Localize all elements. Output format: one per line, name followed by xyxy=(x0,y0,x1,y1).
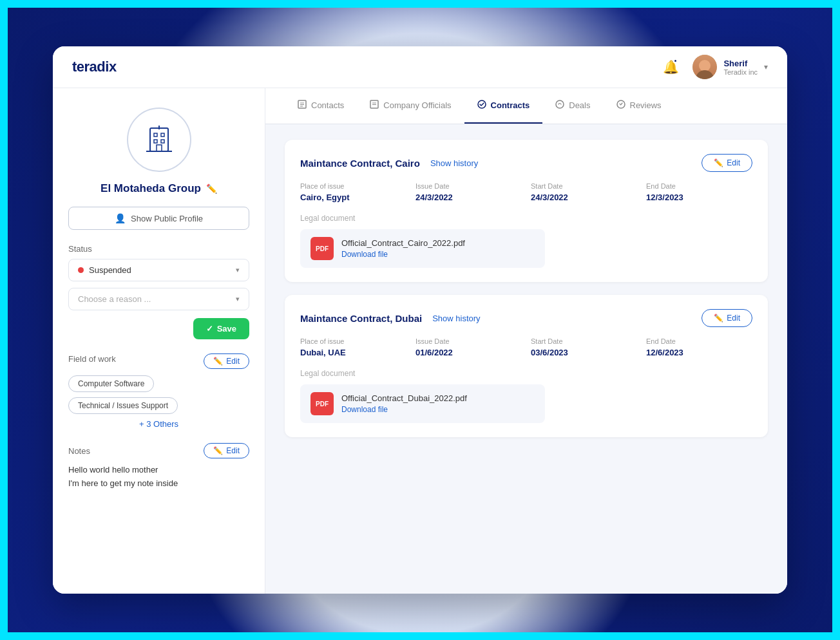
contract-cairo-edit-button[interactable]: ✏️ Edit xyxy=(702,154,752,172)
user-info: Sherif Teradix inc xyxy=(723,59,758,76)
contract-cairo-title-row: Maintance Contract, Cairo Show history xyxy=(300,158,478,169)
logo: teradix xyxy=(72,59,117,75)
tab-deals[interactable]: Deals xyxy=(542,88,603,124)
pdf-info-cairo: Official_Contract_Cairo_2022.pdf Downloa… xyxy=(341,238,465,259)
place-value-dubai: Dubai, UAE xyxy=(300,348,406,357)
status-dropdown[interactable]: Suspended ▾ xyxy=(68,259,249,281)
svg-rect-4 xyxy=(161,140,164,143)
issue-date-value-cairo: 24/3/2022 xyxy=(415,193,522,202)
pdf-name-cairo: Official_Contract_Cairo_2022.pdf xyxy=(341,238,465,248)
header-right: 🔔 Sherif Teradix inc ▾ xyxy=(659,55,768,79)
deals-icon xyxy=(555,100,564,111)
contract-cairo-header: Maintance Contract, Cairo Show history ✏… xyxy=(300,154,752,172)
legal-doc-label-cairo: Legal document xyxy=(300,214,752,223)
status-label: Status xyxy=(68,244,249,254)
tab-contracts[interactable]: Contracts xyxy=(464,88,543,124)
notes-content: Hello world hello motherI'm here to get … xyxy=(68,464,249,491)
contract-card-dubai: Maintance Contract, Dubai Show history ✏… xyxy=(285,295,768,437)
tag-computer-software: Computer Software xyxy=(68,375,154,392)
save-button[interactable]: ✓ Save xyxy=(193,318,249,339)
start-date-label-dubai: Start Date xyxy=(531,337,637,345)
user-company: Teradix inc xyxy=(723,68,758,76)
pencil-icon-dubai: ✏️ xyxy=(714,314,723,323)
tab-reviews-label: Reviews xyxy=(630,100,662,110)
contracts-content: Maintance Contract, Cairo Show history ✏… xyxy=(265,124,787,594)
issue-date-label-cairo: Issue Date xyxy=(415,182,522,190)
notes-section-header: Notes ✏️ Edit xyxy=(68,443,249,458)
user-profile-menu[interactable]: Sherif Teradix inc ▾ xyxy=(692,55,768,79)
reason-placeholder: Choose a reason ... xyxy=(78,294,151,304)
pdf-file-dubai: PDF Official_Contract_Dubai_2022.pdf Dow… xyxy=(300,384,545,423)
tab-contacts-label: Contacts xyxy=(311,100,344,110)
contract-dubai-fields: Place of issue Dubai, UAE Issue Date 01/… xyxy=(300,337,752,357)
notification-bell[interactable]: 🔔 xyxy=(659,55,682,79)
svg-rect-5 xyxy=(157,145,162,151)
pdf-file-cairo: PDF Official_Contract_Cairo_2022.pdf Dow… xyxy=(300,229,545,268)
pdf-icon-dubai: PDF xyxy=(310,392,334,415)
profile-icon: 👤 xyxy=(115,213,126,223)
show-public-profile-button[interactable]: 👤 Show Public Profile xyxy=(68,207,249,230)
legal-doc-label-dubai: Legal document xyxy=(300,369,752,378)
svg-point-16 xyxy=(556,100,564,108)
start-date-value-cairo: 24/3/2022 xyxy=(531,193,637,202)
field-of-work-section-header: Field of work ✏️ Edit xyxy=(68,353,249,369)
company-name-edit-icon[interactable]: ✏️ xyxy=(206,184,217,194)
svg-rect-0 xyxy=(150,128,168,151)
end-date-label-cairo: End Date xyxy=(646,182,752,190)
tabs-bar: Contacts Company Officials Contracts xyxy=(265,88,787,124)
issue-date-value-dubai: 01/6/2022 xyxy=(415,348,522,357)
pencil-icon: ✏️ xyxy=(213,357,223,366)
svg-rect-1 xyxy=(154,133,157,136)
place-label-cairo: Place of issue xyxy=(300,182,406,190)
contract-cairo-show-history[interactable]: Show history xyxy=(430,158,478,168)
field-place-cairo: Place of issue Cairo, Egypt xyxy=(300,182,406,202)
others-link[interactable]: + 3 Others xyxy=(139,419,178,429)
building-icon xyxy=(141,122,177,158)
company-name: El Motaheda Group ✏️ xyxy=(100,182,217,195)
field-issue-date-cairo: Issue Date 24/3/2022 xyxy=(415,182,522,202)
field-end-date-cairo: End Date 12/3/2023 xyxy=(646,182,752,202)
pdf-info-dubai: Official_Contract_Dubai_2022.pdf Downloa… xyxy=(341,393,467,414)
pencil-icon-cairo: ✏️ xyxy=(714,158,723,167)
avatar xyxy=(692,55,717,79)
issue-date-label-dubai: Issue Date xyxy=(415,337,522,345)
field-of-work-edit-button[interactable]: ✏️ Edit xyxy=(204,353,249,369)
tab-contacts[interactable]: Contacts xyxy=(285,88,357,124)
contract-dubai-edit-button[interactable]: ✏️ Edit xyxy=(702,309,752,327)
reason-dropdown[interactable]: Choose a reason ... ▾ xyxy=(68,288,249,310)
contract-dubai-show-history[interactable]: Show history xyxy=(432,314,480,323)
end-date-value-cairo: 12/3/2023 xyxy=(646,193,752,202)
place-label-dubai: Place of issue xyxy=(300,337,406,345)
tab-company-officials[interactable]: Company Officials xyxy=(357,88,464,124)
tag-technical-support: Technical / Issues Support xyxy=(68,397,178,414)
tab-reviews[interactable]: Reviews xyxy=(604,88,674,124)
end-date-value-dubai: 12/6/2023 xyxy=(646,348,752,357)
tab-deals-label: Deals xyxy=(569,100,590,110)
notes-edit-button[interactable]: ✏️ Edit xyxy=(204,443,249,458)
header: teradix 🔔 Sherif Teradix inc ▾ xyxy=(53,46,787,88)
place-value-cairo: Cairo, Egypt xyxy=(300,193,406,202)
start-date-label-cairo: Start Date xyxy=(531,182,637,190)
contract-dubai-title: Maintance Contract, Dubai xyxy=(300,313,422,324)
company-officials-icon xyxy=(370,100,379,111)
pdf-download-cairo[interactable]: Download file xyxy=(341,250,465,259)
start-date-value-dubai: 03/6/2023 xyxy=(531,348,637,357)
field-of-work-label: Field of work xyxy=(68,354,116,364)
pdf-icon-cairo: PDF xyxy=(310,237,334,260)
contract-card-cairo: Maintance Contract, Cairo Show history ✏… xyxy=(285,140,768,282)
field-start-date-dubai: Start Date 03/6/2023 xyxy=(531,337,637,357)
status-dot xyxy=(78,267,84,273)
svg-rect-2 xyxy=(161,133,164,136)
status-value: Suspended xyxy=(78,265,131,275)
main-content: El Motaheda Group ✏️ 👤 Show Public Profi… xyxy=(53,88,787,594)
checkmark-icon: ✓ xyxy=(206,324,213,334)
pdf-download-dubai[interactable]: Download file xyxy=(341,405,467,414)
contacts-icon xyxy=(298,100,307,111)
sidebar: El Motaheda Group ✏️ 👤 Show Public Profi… xyxy=(53,88,265,594)
field-end-date-dubai: End Date 12/6/2023 xyxy=(646,337,752,357)
reason-dropdown-arrow: ▾ xyxy=(236,295,240,303)
contract-dubai-header: Maintance Contract, Dubai Show history ✏… xyxy=(300,309,752,327)
notes-label: Notes xyxy=(68,446,90,456)
field-place-dubai: Place of issue Dubai, UAE xyxy=(300,337,406,357)
user-dropdown-arrow: ▾ xyxy=(764,62,768,71)
